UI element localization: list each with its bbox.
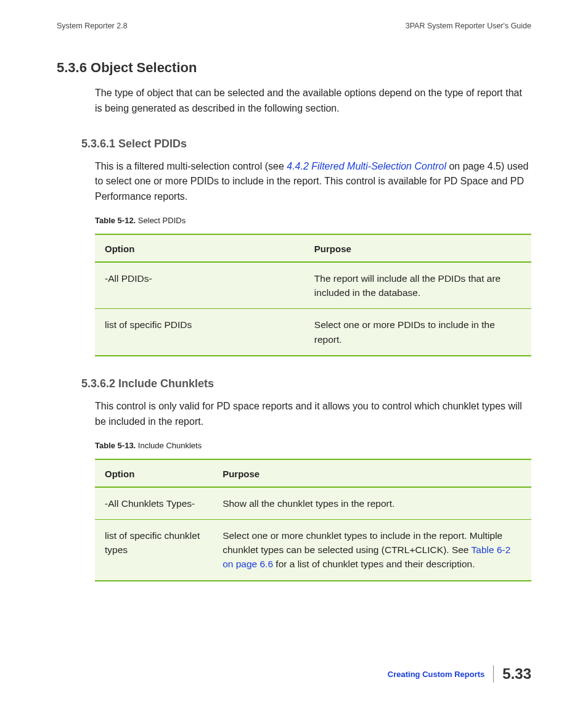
table-header-option: Option [95,234,304,262]
caption-label: Table 5-13. [95,441,136,450]
footer-divider [493,665,494,683]
cell-option: -All Chunklets Types- [95,487,213,520]
section-intro: The type of object that can be selected … [95,86,531,117]
table-select-pdids: Option Purpose -All PDIDs- The report wi… [95,234,531,356]
header-right: 3PAR System Reporter User's Guide [406,22,531,30]
subsection-1-para: This is a filtered multi-selection contr… [95,159,531,205]
caption-text: Include Chunklets [136,441,202,450]
text-fragment: for a list of chunklet types and their d… [273,559,475,569]
caption-label: Table 5-12. [95,216,136,225]
cell-purpose: Select one or more PDIDs to include in t… [304,309,531,356]
crossref-link[interactable]: 4.4.2 Filtered Multi-Selection Control [287,161,446,171]
cell-option: -All PDIDs- [95,262,304,309]
table-header-purpose: Purpose [213,459,531,487]
table-include-chunklets: Option Purpose -All Chunklets Types- Sho… [95,459,531,581]
section-heading: 5.3.6 Object Selection [57,60,531,76]
caption-text: Select PDIDs [136,216,186,225]
page-footer: Creating Custom Reports 5.33 [388,665,531,683]
cell-purpose: Select one or more chunklet types to inc… [213,519,531,580]
table-row: -All Chunklets Types- Show all the chunk… [95,487,531,520]
subsection-2-heading: 5.3.6.2 Include Chunklets [81,377,531,390]
cell-purpose: The report will include all the PDIDs th… [304,262,531,309]
table-caption: Table 5-12. Select PDIDs [95,216,531,225]
cell-purpose: Show all the chunklet types in the repor… [213,487,531,520]
table-row: list of specific PDIDs Select one or mor… [95,309,531,356]
table-header-option: Option [95,459,213,487]
table-header-purpose: Purpose [304,234,531,262]
text-fragment: Select one or more chunklet types to inc… [223,530,502,555]
text-fragment: This is a filtered multi-selection contr… [95,161,287,171]
table-row: -All PDIDs- The report will include all … [95,262,531,309]
cell-option: list of specific PDIDs [95,309,304,356]
header-left: System Reporter 2.8 [57,22,128,30]
footer-chapter: Creating Custom Reports [388,670,484,679]
table-row: list of specific chunklet types Select o… [95,519,531,580]
subsection-2-para: This control is only valid for PD space … [95,399,531,430]
table-caption: Table 5-13. Include Chunklets [95,441,531,450]
page-number: 5.33 [502,665,531,683]
cell-option: list of specific chunklet types [95,519,213,580]
subsection-1-heading: 5.3.6.1 Select PDIDs [81,138,531,150]
